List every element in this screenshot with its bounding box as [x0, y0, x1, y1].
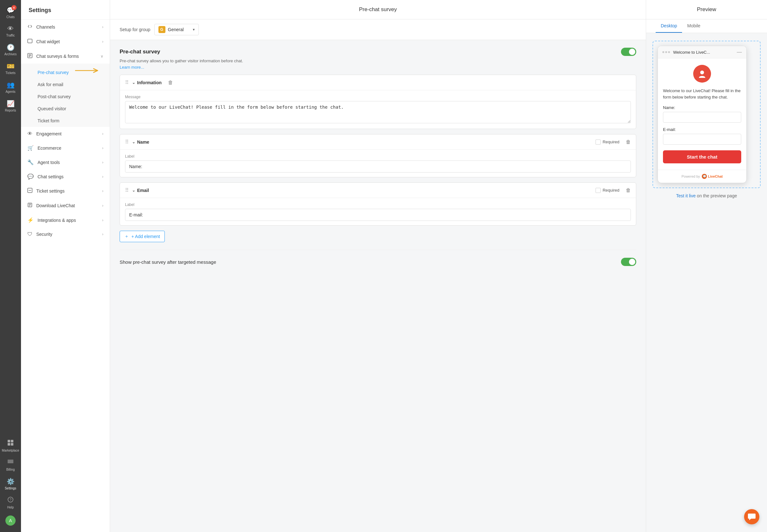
chat-widget-arrow: ›: [102, 39, 103, 44]
nav-item-chat-surveys[interactable]: Chat surveys & forms ∨: [21, 49, 110, 64]
sub-nav-ticket-form[interactable]: Ticket form: [21, 115, 110, 127]
information-delete-button[interactable]: 🗑: [168, 80, 173, 85]
group-select[interactable]: G General ▾: [154, 24, 199, 35]
sidebar-item-billing[interactable]: Billing: [0, 455, 21, 474]
engagement-icon: 👁: [27, 131, 32, 137]
group-letter: G: [158, 26, 165, 33]
sub-nav-pre-chat[interactable]: Pre-chat survey: [21, 64, 110, 78]
sidebar-item-archives[interactable]: 🕐 Archives: [0, 40, 21, 59]
drag-handle-name[interactable]: ⠿: [125, 139, 129, 145]
email-card-header: ⠿ ⌄ Email Required 🗑: [120, 183, 636, 198]
survey-toggle[interactable]: [621, 48, 636, 56]
ecommerce-arrow: ›: [102, 146, 103, 150]
queued-label: Queued visitor: [38, 106, 66, 111]
sub-nav-queued[interactable]: Queued visitor: [21, 103, 110, 115]
settings-sidebar-title: Settings: [21, 0, 110, 20]
dot-menu: [662, 51, 670, 53]
add-element-label: + Add element: [131, 234, 160, 239]
nav-item-ecommerce[interactable]: 🛒 Ecommerce ›: [21, 141, 110, 155]
chat-email-label: E-mail:: [663, 127, 741, 132]
nav-item-download[interactable]: Download LiveChat ›: [21, 198, 110, 213]
name-chevron: ⌄: [132, 140, 135, 144]
nav-item-ticket-settings[interactable]: Ticket settings ›: [21, 184, 110, 198]
sidebar-item-reports[interactable]: 📈 Reports: [0, 97, 21, 115]
learn-more-link[interactable]: Learn more...: [120, 65, 144, 70]
settings-sidebar: Settings Channels › Chat widget › Chat s…: [21, 0, 110, 532]
integrations-icon: ⚡: [27, 217, 34, 223]
email-delete-button[interactable]: 🗑: [626, 188, 631, 193]
group-bar: Setup for group G General ▾: [110, 19, 646, 40]
drag-handle-email[interactable]: ⠿: [125, 187, 129, 193]
sub-nav-ask-email[interactable]: Ask for email: [21, 78, 110, 91]
nav-item-security[interactable]: 🛡 Security ›: [21, 227, 110, 241]
email-label-input[interactable]: [125, 209, 631, 221]
chat-name-label: Name:: [663, 105, 741, 110]
nav-item-agent-tools[interactable]: 🔧 Agent tools ›: [21, 155, 110, 169]
download-icon: [27, 202, 32, 209]
add-element-button[interactable]: ＋ + Add element: [120, 231, 165, 242]
dot-1: [662, 51, 664, 53]
download-label: Download LiveChat: [36, 203, 75, 208]
name-delete-button[interactable]: 🗑: [626, 139, 631, 145]
survey-toggle-row: Pre-chat survey: [120, 48, 636, 56]
chat-name-input[interactable]: [663, 112, 741, 123]
sidebar-item-marketplace[interactable]: Marketplace: [0, 436, 21, 455]
name-field-label: Label: [125, 154, 631, 159]
avatar-circle: A: [5, 515, 16, 526]
powered-by-bar: Powered by 💬 LiveChat: [658, 170, 746, 183]
email-chevron: ⌄: [132, 188, 135, 193]
ticket-form-label: Ticket form: [38, 118, 59, 123]
chat-avatar: [693, 65, 711, 83]
drag-handle-information[interactable]: ⠿: [125, 79, 129, 85]
test-it-live-row: Test it live on the preview page: [676, 193, 737, 198]
chat-welcome-text: Welcome to our LiveChat! Please fill in …: [663, 88, 741, 100]
channels-icon: [27, 24, 32, 30]
name-required-group: Required: [596, 140, 620, 145]
email-card-body: Label: [120, 198, 636, 225]
information-message-input[interactable]: Welcome to our LiveChat! Please fill in …: [125, 101, 631, 123]
information-type-label: Information: [137, 80, 161, 85]
billing-label: Billing: [6, 468, 15, 471]
chat-email-input[interactable]: [663, 134, 741, 145]
information-card-header: ⠿ ⌄ Information 🗑: [120, 75, 636, 90]
tab-desktop[interactable]: Desktop: [656, 19, 682, 33]
start-chat-button[interactable]: Start the chat: [663, 150, 741, 163]
sidebar-item-traffic[interactable]: 👁 Traffic: [0, 22, 21, 40]
integrations-arrow: ›: [102, 218, 103, 222]
email-required-checkbox[interactable]: [596, 188, 601, 193]
center-panel-header: Pre-chat survey: [110, 0, 646, 19]
help-label: Help: [7, 506, 14, 509]
nav-item-integrations[interactable]: ⚡ Integrations & apps ›: [21, 213, 110, 227]
svg-rect-9: [28, 39, 32, 43]
nav-item-channels[interactable]: Channels ›: [21, 20, 110, 34]
sub-nav-post-chat[interactable]: Post-chat survey: [21, 91, 110, 103]
dot-3: [668, 51, 670, 53]
sidebar-item-settings[interactable]: ⚙️ Settings: [0, 474, 21, 493]
test-it-live-link[interactable]: Test it live: [676, 193, 695, 198]
name-label-input[interactable]: [125, 160, 631, 173]
pre-chat-survey-label: Pre-chat survey: [38, 70, 69, 75]
floating-chat-bubble[interactable]: [744, 509, 759, 524]
sidebar-item-agents[interactable]: 👥 Agents: [0, 78, 21, 97]
nav-item-chat-widget[interactable]: Chat widget ›: [21, 34, 110, 49]
preview-tabs: Desktop Mobile: [646, 19, 767, 33]
show-survey-label: Show pre-chat survey after targeted mess…: [120, 259, 216, 265]
agents-icon: 👥: [7, 81, 15, 89]
center-body: Pre-chat survey Pre-chat survey allows y…: [110, 40, 646, 274]
nav-item-engagement[interactable]: 👁 Engagement ›: [21, 127, 110, 141]
traffic-icon: 👁: [7, 25, 14, 32]
traffic-label: Traffic: [6, 34, 15, 37]
sidebar-item-chats[interactable]: 💬 4 Chats: [0, 3, 21, 22]
name-required-checkbox[interactable]: [596, 140, 601, 145]
user-avatar[interactable]: A: [0, 512, 21, 529]
agent-tools-label: Agent tools: [38, 160, 60, 165]
reports-icon: 📈: [7, 100, 15, 107]
sidebar-item-tickets[interactable]: 🎫 Tickets: [0, 59, 21, 78]
content-layout: Pre-chat survey Setup for group G Genera…: [110, 0, 767, 532]
nav-item-chat-settings[interactable]: 💬 Chat settings ›: [21, 169, 110, 184]
tab-mobile[interactable]: Mobile: [682, 19, 705, 33]
sidebar-item-help[interactable]: ? Help: [0, 493, 21, 512]
minimize-icon[interactable]: —: [737, 49, 742, 55]
group-name: General: [168, 27, 190, 32]
show-survey-toggle[interactable]: [621, 258, 636, 266]
